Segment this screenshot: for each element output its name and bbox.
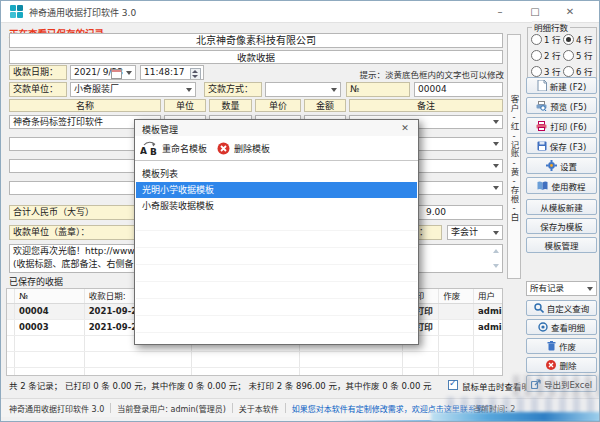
template-list: 光明小学收据模板 小奇服装收据模板: [136, 182, 417, 342]
radio-rows-5[interactable]: 5 行: [563, 49, 593, 61]
delete-red-icon: [217, 142, 230, 155]
radio-icon[interactable]: [563, 50, 574, 61]
total-label: 合计人民币（大写）: [9, 205, 139, 220]
dialog-close-button[interactable]: ✕: [392, 120, 418, 136]
rename-ab-icon: A B: [140, 141, 158, 155]
chevron-down-icon: [493, 186, 499, 190]
printer-icon: [536, 121, 547, 131]
header-no: №: [15, 289, 85, 303]
radio-rows-2[interactable]: 2 行: [531, 49, 561, 61]
records-filter-select[interactable]: 所有记录: [526, 281, 597, 296]
date-label: 收款日期：: [9, 65, 67, 80]
new-from-template-button[interactable]: 从模板新建: [526, 199, 597, 215]
svg-text:A: A: [140, 146, 147, 155]
floppy-icon: [537, 141, 547, 151]
view-icon: [538, 322, 548, 332]
chevron-down-icon: [493, 231, 499, 235]
receipt-no-label: №: [346, 82, 410, 97]
calendar-icon: [111, 69, 122, 79]
void-button[interactable]: 作废: [526, 338, 597, 354]
minimize-button[interactable]: –: [487, 3, 513, 20]
title-bar: 神奇通用收据打印软件 3.0 – □ ✕: [1, 1, 600, 23]
dialog-toolbar: A B 重命名模板 删除模板: [135, 136, 418, 161]
col-header-price: 单价: [255, 99, 301, 112]
template-list-item[interactable]: 光明小学收据模板: [136, 182, 417, 198]
custom-query-button[interactable]: 自定义查询: [526, 300, 597, 316]
watermark-blur: [513, 375, 600, 397]
header-user: 用户: [474, 289, 502, 303]
receipt-no-field[interactable]: 00004: [414, 82, 503, 97]
search-icon: [534, 303, 544, 313]
table-row-empty: [7, 352, 502, 368]
scroll-down-icon[interactable]: [493, 264, 499, 268]
status-user: 当前登录用户: admin(管理员): [117, 403, 226, 414]
copy-colors-strip: 客户-红-记账-黄-存根-白: [507, 34, 521, 279]
rename-template-button[interactable]: A B 重命名模板: [140, 141, 207, 155]
chevron-down-icon: [126, 71, 132, 75]
radio-icon[interactable]: [531, 50, 542, 61]
chevron-down-icon: [493, 120, 499, 124]
new-button[interactable]: 新建 (F2): [526, 77, 597, 94]
save-button[interactable]: 保存 (F3): [526, 137, 597, 154]
col-header-unit: 单位: [164, 99, 206, 112]
records-stats-text: 共 2 条记录； 已打印 0 条 0.00 元，其中作废 0 条 0.00 元；…: [9, 379, 445, 391]
edit-hint-text: 提示：淡黄底色框内的文字也可以修改: [271, 68, 504, 80]
radio-icon[interactable]: [531, 66, 542, 77]
tutorial-button[interactable]: 使用教程: [526, 177, 597, 194]
chevron-down-icon: [186, 88, 192, 92]
preview-icon: [536, 101, 547, 111]
radio-icon[interactable]: [531, 34, 542, 45]
template-list-item[interactable]: 小奇服装收据模板: [136, 198, 417, 214]
chevron-down-icon: [493, 164, 499, 168]
status-app-name: 神奇通用收据打印软件 3.0: [9, 403, 104, 414]
delete-template-button[interactable]: 删除模板: [217, 142, 270, 155]
status-about-link[interactable]: 关于本软件: [239, 403, 279, 414]
view-detail-button[interactable]: 查看明细: [526, 319, 597, 335]
header-void: 作废: [439, 289, 474, 303]
window-title: 神奇通用收据打印软件 3.0: [29, 6, 136, 19]
time-spinner[interactable]: 11:48:17: [140, 65, 204, 80]
dialog-title: 模板管理: [142, 123, 178, 136]
radio-icon[interactable]: [563, 34, 574, 45]
preview-button[interactable]: 预览 (F5): [526, 97, 597, 114]
new-doc-icon: [537, 80, 547, 91]
payer-select[interactable]: 小奇服装厂: [70, 82, 196, 97]
col-header-remark: 备注: [349, 99, 503, 112]
radio-icon[interactable]: [563, 66, 574, 77]
payer-label: 交款单位：: [9, 82, 67, 97]
payee-select[interactable]: 李会计: [447, 225, 503, 240]
scroll-up-icon[interactable]: [493, 249, 499, 253]
trash-icon: [547, 341, 556, 351]
template-manage-button[interactable]: 模板管理: [526, 237, 597, 253]
template-manager-dialog: 模板管理 ✕ A B 重命名模板 删除模板 模板列表 光明小学收据模板 小奇服装…: [134, 119, 419, 345]
saved-section-label: 已保存的收据: [9, 275, 63, 288]
date-picker[interactable]: 2021/ 9/23: [70, 65, 136, 80]
table-row-empty: [7, 368, 502, 376]
stamp-label: 收款单位（盖章）：: [9, 225, 139, 240]
radio-rows-6[interactable]: 6 行: [563, 65, 593, 77]
method-label: 交款方式：: [204, 82, 262, 97]
col-header-qty: 数量: [209, 99, 252, 112]
maximize-button[interactable]: □: [522, 3, 548, 20]
settings-button[interactable]: 设置: [526, 157, 597, 174]
radio-rows-1[interactable]: 1 行: [531, 33, 561, 45]
radio-rows-3[interactable]: 3 行: [531, 65, 561, 77]
company-name-field[interactable]: 北京神奇像素科技有限公司: [9, 33, 503, 48]
print-button[interactable]: 打印 (F6): [526, 117, 597, 134]
book-icon: [537, 181, 548, 191]
chevron-down-icon: [587, 287, 593, 291]
method-select[interactable]: [265, 82, 341, 97]
app-icon: [10, 5, 23, 18]
delete-button[interactable]: 删除: [526, 357, 597, 373]
chevron-down-icon: [331, 88, 337, 92]
svg-text:B: B: [150, 147, 157, 155]
delete-icon: [546, 360, 556, 370]
close-button[interactable]: ✕: [557, 3, 583, 20]
save-as-template-button[interactable]: 保存为模板: [526, 218, 597, 234]
radio-rows-4[interactable]: 4 行: [563, 33, 593, 45]
chevron-down-icon: [493, 142, 499, 146]
view-detail-checkbox[interactable]: [448, 380, 458, 390]
doc-title-field[interactable]: 收款收据: [9, 50, 503, 64]
template-list-label: 模板列表: [142, 167, 178, 180]
spinner-icon[interactable]: [190, 68, 201, 80]
